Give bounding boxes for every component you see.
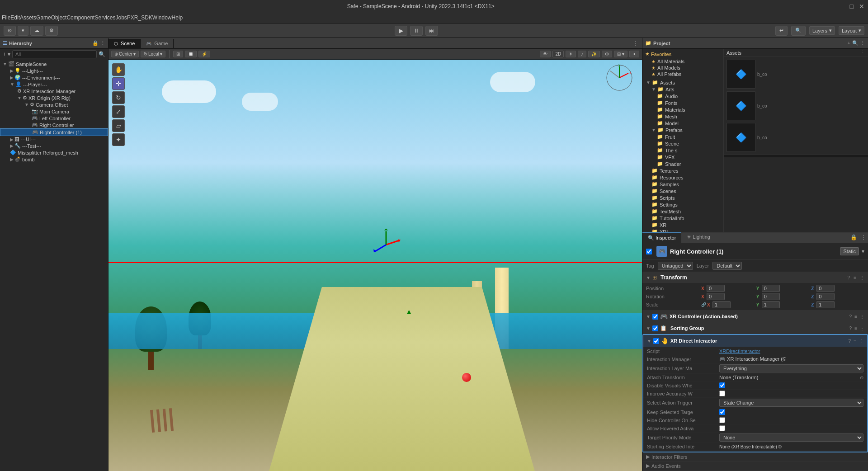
center-pivot-dropdown[interactable]: ⊕ Center ▾	[111, 51, 139, 57]
audio-button[interactable]: ♪	[578, 51, 586, 57]
tag-select[interactable]: Untagged	[658, 262, 693, 270]
thumb-item-3[interactable]: 🔷 b_co	[726, 122, 866, 153]
scene-options-button[interactable]: ⋮	[629, 40, 642, 47]
hierarchy-item-cameraoffset[interactable]: ▼ ⚙ Camera Offset	[0, 101, 108, 108]
rect-tool[interactable]: ▱	[112, 119, 125, 132]
rotation-x[interactable]	[707, 293, 725, 300]
settings-button[interactable]: ⚙	[45, 26, 58, 36]
hierarchy-item-player[interactable]: ▼ 👤 ---Player---	[0, 81, 108, 88]
keep-selected-checkbox[interactable]	[719, 409, 725, 415]
dropdown-button[interactable]: ▾	[18, 26, 28, 36]
lighting-tab[interactable]: ☀ Lighting	[681, 232, 716, 243]
cloud-button[interactable]: ☁	[30, 26, 43, 36]
at-circle-icon[interactable]: ⊙	[860, 375, 863, 380]
hierarchy-search-input[interactable]	[12, 50, 97, 58]
minimize-button[interactable]: —	[838, 3, 844, 10]
render-mode-dropdown[interactable]: ⊞ ▾	[614, 51, 627, 57]
scene-folder[interactable]: 📁 Scene	[642, 140, 723, 147]
scene-tab[interactable]: ⬡ Scene	[108, 39, 141, 48]
scripts-folder[interactable]: 📁 Scripts	[642, 194, 723, 201]
inspector-tab[interactable]: 🔍 Inspector	[642, 232, 681, 243]
game-tab[interactable]: 🎮 Game	[141, 39, 174, 48]
insp-lock-icon[interactable]: 🔒	[849, 232, 859, 243]
rotation-z[interactable]	[816, 293, 835, 300]
transform-help-icon[interactable]: ?	[848, 275, 850, 280]
scale-tool[interactable]: ⤢	[112, 105, 125, 118]
hand-tool[interactable]: ✋	[112, 63, 125, 76]
play-button[interactable]: ▶	[395, 26, 407, 36]
gizmo-toggle[interactable]: ⚙	[602, 51, 612, 57]
xr-direct-enable-checkbox[interactable]	[653, 338, 659, 344]
rotate-tool[interactable]: ↻	[112, 91, 125, 104]
sorting-help-icon[interactable]: ?	[849, 326, 852, 331]
hand-tool-button[interactable]: ⊙	[4, 26, 16, 36]
menu-jobs[interactable]: Jobs	[115, 14, 127, 21]
interaction-layer-select[interactable]: Everything	[719, 364, 863, 372]
maximize-button[interactable]: □	[850, 3, 854, 10]
assets-root[interactable]: ▼ 📁 Assets	[642, 79, 723, 86]
xr-controller-enable-checkbox[interactable]	[652, 314, 658, 320]
materials-folder[interactable]: 📁 Materials	[642, 106, 723, 113]
hierarchy-item-environment[interactable]: ▶ 🌍 ---Environment---	[0, 74, 108, 81]
hierarchy-item-samplescene[interactable]: ▼ 🎬 SampleScene	[0, 61, 108, 67]
tutorialinfo-folder[interactable]: 📁 TutorialInfo	[642, 215, 723, 221]
hierarchy-filter-button[interactable]: ▾	[8, 51, 10, 57]
interactor-filters-section[interactable]: ▶ Interactor Filters	[642, 452, 868, 462]
hierarchy-add-button[interactable]: +	[3, 51, 6, 57]
menu-help[interactable]: Help	[172, 14, 183, 21]
resources-folder[interactable]: 📁 Resources	[642, 174, 723, 181]
hierarchy-item-light[interactable]: ▶ 💡 ---Light---	[0, 67, 108, 74]
menu-services[interactable]: Services	[94, 14, 115, 21]
xr-direct-help-icon[interactable]: ?	[849, 339, 851, 344]
scale-z[interactable]	[816, 301, 835, 308]
samples-folder[interactable]: 📁 Samples	[642, 181, 723, 188]
active-checkbox[interactable]	[646, 249, 652, 254]
arts-folder[interactable]: ▼ 📁 Arts	[642, 86, 723, 93]
xr-folder[interactable]: 📁 XR	[642, 221, 723, 228]
xr-controller-more-icon[interactable]: ⋮	[860, 314, 864, 319]
hierarchy-item-rightcontroller1[interactable]: 🎮 Right Controller (1)	[0, 128, 108, 136]
fav-all-materials[interactable]: ★ All Materials	[642, 58, 723, 65]
xr-controller-help-icon[interactable]: ?	[849, 314, 852, 319]
menu-component[interactable]: Component	[66, 14, 94, 21]
hierarchy-item-test[interactable]: ▶ 🔧 ---Test---	[0, 142, 108, 149]
fruit-folder[interactable]: 📁 Fruit	[642, 133, 723, 140]
disable-visuals-checkbox[interactable]	[719, 382, 725, 388]
menu-window[interactable]: Window	[152, 14, 172, 21]
history-button[interactable]: ↩	[775, 26, 788, 36]
xr-direct-interactor-header[interactable]: ▼ 🤚 XR Direct Interactor ? ≡ ⋮	[643, 335, 867, 347]
audio-folder[interactable]: 📁 Audio	[642, 93, 723, 99]
menu-file[interactable]: File	[2, 14, 10, 21]
hierarchy-item-maincamera[interactable]: 📷 Main Camera	[0, 108, 108, 115]
static-dropdown-arrow[interactable]: ▾	[862, 248, 864, 254]
model-folder[interactable]: 📁 Model	[642, 120, 723, 127]
prefabs-folder[interactable]: ▼ 📁 Prefabs	[642, 127, 723, 133]
local-global-dropdown[interactable]: ↻ Local ▾	[141, 51, 165, 57]
insp-more-icon[interactable]: ⋮	[859, 232, 868, 243]
project-more-icon[interactable]: ⋮	[860, 40, 865, 46]
vfx-folder[interactable]: 📁 VFX	[642, 154, 723, 160]
snap-button[interactable]: 🔲	[185, 51, 197, 57]
hierarchy-item-leftcontroller[interactable]: 🎮 Left Controller	[0, 115, 108, 122]
lighting-button[interactable]: ☀	[566, 51, 576, 57]
scene-view[interactable]: x y	[108, 60, 642, 471]
xr-controller-header[interactable]: ▼ 🎮 XR Controller (Action-based) ? ≡ ⋮	[642, 311, 868, 322]
hierarchy-item-mesh[interactable]: 🔷 Mistsplitter Reforged_mesh	[0, 149, 108, 156]
sorting-enable-checkbox[interactable]	[652, 325, 658, 331]
script-value[interactable]: XRDirectInteractor	[719, 349, 863, 354]
scenes-folder[interactable]: 📁 Scenes	[642, 188, 723, 194]
step-button[interactable]: ⏭	[425, 26, 438, 36]
scale-x[interactable]	[712, 301, 731, 308]
xri-folder[interactable]: 📁 XRI	[642, 228, 723, 232]
close-button[interactable]: ✕	[859, 3, 864, 10]
grid-tool-button[interactable]: ⊞	[173, 51, 183, 57]
combined-tool[interactable]: ✦	[112, 133, 125, 146]
xr-direct-settings-icon[interactable]: ≡	[854, 339, 856, 344]
sorting-group-header[interactable]: ▼ 📋 Sorting Group ? ≡ ⋮	[642, 323, 868, 334]
search-button[interactable]: 🔍	[791, 26, 806, 36]
position-x[interactable]	[707, 285, 725, 292]
hierarchy-item-rightcontroller[interactable]: 🎮 Right Controller	[0, 122, 108, 128]
position-z[interactable]	[816, 285, 835, 292]
menu-pxr-sdk[interactable]: PXR_SDK	[127, 14, 152, 21]
transform-settings-icon[interactable]: ≡	[854, 275, 856, 280]
